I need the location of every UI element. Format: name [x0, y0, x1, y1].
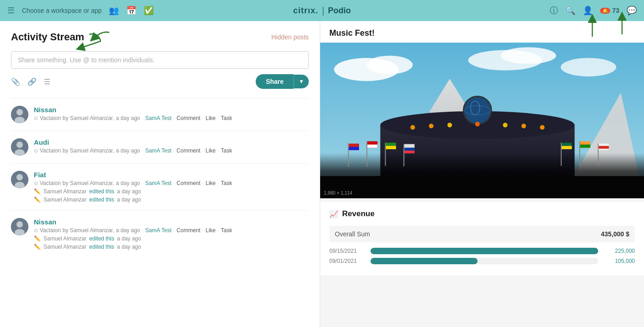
activity-content: Nissan⊙Vactaionby Samuel Almanzar,a day …	[34, 218, 309, 250]
app-icon: ⊙	[34, 115, 38, 121]
workspace-selector[interactable]: Choose a workspace or app	[22, 7, 102, 14]
share-input[interactable]: Share something. Use @ to mention indivi…	[11, 51, 309, 69]
like-action[interactable]: Like	[205, 227, 215, 234]
overall-sum-value: 435,000 $	[601, 230, 629, 238]
svg-rect-51	[562, 146, 572, 149]
app-name: Vactaion	[40, 227, 61, 234]
activity-arrow-indicator	[89, 30, 112, 44]
music-fest-title: Music Fest!	[320, 21, 644, 43]
top-navigation: ☰ Choose a workspace or app 👥 📅 ✅ citrıx…	[0, 0, 644, 21]
activity-title[interactable]: Audi	[34, 138, 309, 146]
editor-name: Samuel Almanzar	[43, 196, 86, 203]
meta-dot: ·	[142, 115, 143, 121]
svg-rect-58	[320, 176, 644, 198]
task-action[interactable]: Task	[221, 115, 232, 121]
like-action[interactable]: Like	[205, 115, 215, 121]
search-icon[interactable]: 🔍	[565, 5, 575, 16]
activity-item: Audi⊙Vactaionby Samuel Almanzar,a day ag…	[11, 131, 309, 163]
svg-rect-57	[599, 146, 609, 149]
app-link[interactable]: SamA Test	[145, 147, 172, 154]
main-layout: Activity Stream Hidden posts Share somet…	[0, 21, 644, 327]
task-action[interactable]: Task	[221, 227, 232, 234]
revenue-chart-icon: 📈	[329, 210, 338, 218]
meta-dot4: ·	[217, 147, 219, 154]
edit-entry: ✏️ Samuel Almanzar edited this a day ago	[34, 196, 309, 203]
text-format-icon[interactable]: ☰	[44, 77, 50, 86]
app-link[interactable]: SamA Test	[145, 227, 172, 234]
svg-point-13	[16, 221, 23, 228]
festival-svg: 1,980 × 1,114	[320, 43, 644, 198]
edit-action[interactable]: edited this	[89, 196, 114, 203]
app-name: Vactaion	[40, 115, 61, 121]
app-link[interactable]: SamA Test	[145, 115, 172, 121]
contacts-icon[interactable]: 👥	[109, 5, 119, 16]
task-action[interactable]: Task	[221, 180, 232, 186]
edit-action[interactable]: edited this	[89, 188, 114, 195]
notification-badge[interactable]: 🔔	[600, 8, 610, 14]
revenue-rows: 09/15/2021225,00009/01/2021105,000	[329, 248, 635, 264]
edit-time: a day ago	[117, 235, 141, 242]
svg-point-34	[540, 125, 544, 130]
hidden-posts-link[interactable]: Hidden posts	[271, 33, 309, 41]
edit-time: a day ago	[117, 196, 141, 203]
activity-title[interactable]: Nissan	[34, 218, 309, 226]
edit-pencil-icon: ✏️	[34, 235, 41, 242]
revenue-overall-row: Overall Sum 435,000 $	[329, 226, 635, 242]
share-caret-button[interactable]: ▼	[294, 75, 309, 88]
svg-point-4	[16, 109, 23, 115]
app-link[interactable]: SamA Test	[145, 180, 172, 186]
edit-pencil-icon: ✏️	[34, 244, 41, 250]
avatar	[11, 138, 28, 156]
edit-entry: ✏️ Samuel Almanzar edited this a day ago	[34, 235, 309, 242]
help-icon[interactable]: ⓘ	[550, 5, 558, 16]
svg-rect-54	[580, 145, 590, 148]
hamburger-menu-icon[interactable]: ☰	[7, 5, 15, 16]
edit-action[interactable]: edited this	[89, 244, 114, 250]
svg-rect-52	[579, 142, 580, 166]
profile-icon[interactable]: 👤	[583, 5, 593, 16]
task-action[interactable]: Task	[221, 147, 232, 154]
svg-rect-48	[404, 151, 414, 153]
link-icon[interactable]: 🔗	[27, 77, 37, 86]
like-action[interactable]: Like	[205, 147, 215, 154]
comment-action[interactable]: Comment	[177, 227, 200, 234]
comment-action[interactable]: Comment	[177, 147, 200, 154]
notification-count[interactable]: 73	[612, 7, 619, 14]
comment-action[interactable]: Comment	[177, 115, 200, 121]
meta-by: by Samuel Almanzar,	[63, 147, 114, 154]
meta-dot2: ·	[173, 227, 175, 234]
edit-pencil-icon: ✏️	[34, 188, 41, 195]
podio-logo: Podio	[328, 6, 351, 16]
comment-action[interactable]: Comment	[177, 180, 200, 186]
svg-rect-44	[386, 146, 396, 149]
activity-title[interactable]: Nissan	[34, 106, 309, 114]
meta-dot3: ·	[202, 227, 204, 234]
meta-dot2: ·	[173, 147, 175, 154]
attach-icon[interactable]: 📎	[11, 77, 20, 86]
edit-entry: ✏️ Samuel Almanzar edited this a day ago	[34, 244, 309, 250]
avatar	[11, 171, 28, 188]
calendar-icon[interactable]: 📅	[126, 5, 136, 16]
meta-by: by Samuel Almanzar,	[63, 115, 114, 121]
svg-point-33	[521, 124, 526, 128]
bar-value: 225,000	[603, 248, 635, 254]
meta-dot: ·	[142, 147, 143, 154]
activity-stream-title: Activity Stream	[11, 31, 84, 43]
music-fest-card: Music Fest!	[320, 21, 644, 198]
meta-dot3: ·	[202, 180, 204, 186]
share-button[interactable]: Share	[256, 74, 294, 89]
avatar	[11, 218, 28, 235]
citrix-logo: citrıx.	[293, 6, 318, 16]
meta-by: by Samuel Almanzar,	[63, 180, 114, 186]
svg-rect-46	[404, 144, 414, 148]
app-icon: ⊙	[34, 148, 38, 154]
activity-title[interactable]: Fiat	[34, 171, 309, 179]
svg-point-20	[561, 58, 616, 76]
meta-time: a day ago	[116, 180, 140, 186]
notification-bell-icon: 🔔	[602, 8, 608, 13]
edit-action[interactable]: edited this	[89, 235, 114, 242]
tasks-icon[interactable]: ✅	[144, 5, 154, 16]
like-action[interactable]: Like	[205, 180, 215, 186]
chat-icon[interactable]: 💬	[627, 5, 637, 16]
svg-rect-36	[348, 144, 349, 167]
